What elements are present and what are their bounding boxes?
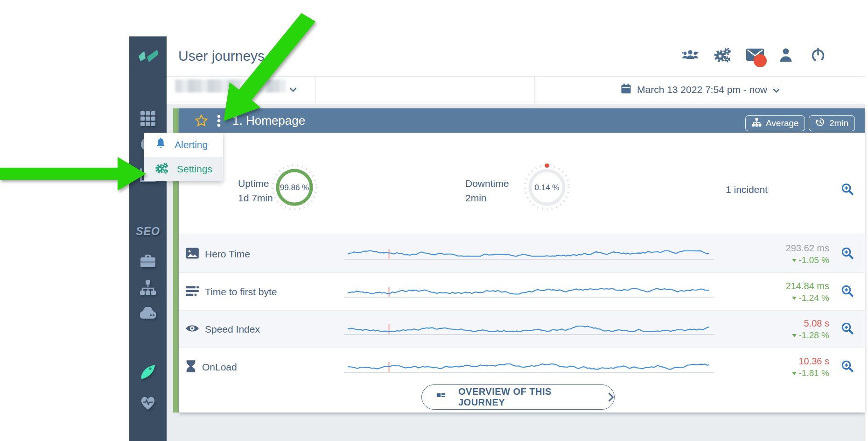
metric-delta: -1.24 % xyxy=(799,293,829,303)
menu-item-settings[interactable]: Settings xyxy=(144,157,223,181)
metric-value: 214.84 ms xyxy=(786,280,829,292)
eye-icon xyxy=(185,323,199,336)
notification-dot xyxy=(754,54,767,67)
uptime-gauge: 99.86 % xyxy=(269,162,320,215)
uptime-stat: Uptime 1d 7min xyxy=(238,176,273,205)
zoom-in-icon[interactable] xyxy=(840,321,854,337)
uptime-percentage: 99.86 % xyxy=(269,183,320,192)
metric-value: 293.62 ms xyxy=(786,242,829,254)
history-icon xyxy=(815,117,825,129)
sidebar-item-sitemap-icon[interactable] xyxy=(140,280,156,298)
metric-value: 5.08 s xyxy=(792,317,829,329)
hourglass-icon xyxy=(185,360,196,375)
chevron-down-icon[interactable] xyxy=(289,85,297,94)
sidebar-item-heartbeat-icon[interactable] xyxy=(139,394,157,413)
gears-icon[interactable] xyxy=(713,47,732,65)
metric-row: Hero Time 293.62 ms -1.05 % xyxy=(179,235,865,273)
metric-delta: -1.05 % xyxy=(799,255,829,265)
sidebar-item-grid-icon[interactable] xyxy=(140,110,156,129)
metric-row: OnLoad 10.36 s -1.81 % xyxy=(179,348,865,386)
metric-label: Speed Index xyxy=(205,324,260,335)
sidebar-item-rocket-icon[interactable] xyxy=(140,364,156,382)
journey-panel-header: 1. Homepage Average xyxy=(179,108,865,133)
person-icon[interactable] xyxy=(777,47,794,65)
menu-item-label: Alerting xyxy=(175,139,208,150)
metric-values: 293.62 ms -1.05 % xyxy=(786,242,829,266)
team-icon[interactable] xyxy=(681,47,699,65)
gears-icon xyxy=(155,162,169,177)
average-label: Average xyxy=(766,118,798,128)
toolbar-divider xyxy=(315,77,316,104)
overview-journey-button[interactable]: OVERVIEW OF THIS JOURNEY xyxy=(421,384,615,410)
journey-title: 1. Homepage xyxy=(232,114,305,128)
average-mode-button[interactable]: Average xyxy=(745,115,805,131)
date-range-selector[interactable]: March 13 2022 7:54 pm - now xyxy=(621,80,780,99)
zoom-in-icon[interactable] xyxy=(840,246,854,262)
bars-icon xyxy=(185,285,199,299)
sparkline-chart xyxy=(344,245,714,263)
kebab-menu-icon[interactable] xyxy=(217,114,221,129)
menu-item-alerting[interactable]: Alerting xyxy=(144,133,223,157)
trend-down-icon xyxy=(792,372,797,375)
sidebar-item-server-icon[interactable] xyxy=(139,306,157,321)
chevron-down-icon xyxy=(773,84,780,95)
toolbar-divider xyxy=(534,77,535,104)
trend-down-icon xyxy=(792,259,797,262)
menu-item-label: Settings xyxy=(177,164,212,175)
sparkline-chart xyxy=(344,283,714,301)
metric-label: Hero Time xyxy=(205,249,250,260)
app-window: User journeys xyxy=(0,0,868,441)
power-icon[interactable] xyxy=(810,47,826,65)
favorite-star-icon[interactable] xyxy=(195,114,208,129)
chevron-right-icon xyxy=(608,392,614,402)
sitemap-icon xyxy=(752,118,762,129)
downtime-stat: Downtime 2min xyxy=(465,176,509,205)
metric-row: Speed Index 5.08 s -1.28 % xyxy=(179,310,865,348)
uptime-duration: 1d 7min xyxy=(238,191,273,205)
metric-value: 10.36 s xyxy=(792,355,829,367)
incident-count: 1 incident xyxy=(726,184,768,195)
metric-label: Time to first byte xyxy=(205,286,277,298)
metric-delta: -1.81 % xyxy=(799,368,829,378)
metric-row: Time to first byte 214.84 ms -1.24 % xyxy=(179,272,865,311)
calendar-icon xyxy=(621,83,631,96)
trend-down-icon xyxy=(792,334,797,337)
dashboard-icon xyxy=(436,392,446,402)
downtime-gauge: 0.14 % xyxy=(521,162,573,215)
sidebar-item-seo[interactable]: SEO xyxy=(136,225,160,238)
zoom-in-icon[interactable] xyxy=(840,182,854,198)
metric-label: OnLoad xyxy=(202,362,237,373)
metric-values: 5.08 s -1.28 % xyxy=(792,317,829,341)
metric-values: 10.36 s -1.81 % xyxy=(792,355,829,379)
metric-delta: -1.28 % xyxy=(799,330,829,340)
zoom-in-icon[interactable] xyxy=(840,284,854,300)
page-title: User journeys xyxy=(178,48,265,64)
downtime-duration: 2min xyxy=(465,191,509,205)
uptime-label: Uptime xyxy=(238,176,273,191)
sidebar-item-briefcase-icon[interactable] xyxy=(140,254,156,270)
trend-down-icon xyxy=(792,297,797,300)
bell-icon xyxy=(155,137,167,152)
annotation-arrow-right xyxy=(0,157,146,191)
sparkline-chart xyxy=(344,358,714,377)
zoom-in-icon[interactable] xyxy=(840,359,854,375)
metric-values: 214.84 ms -1.24 % xyxy=(786,280,829,304)
journey-panel: 1. Homepage Average xyxy=(179,108,865,413)
downtime-percentage: 0.14 % xyxy=(521,183,573,192)
downtime-label: Downtime xyxy=(465,176,509,191)
sidebar-nav: SEO xyxy=(129,36,167,441)
account-selector-redacted[interactable] xyxy=(175,79,286,92)
interval-button[interactable]: 2min xyxy=(809,115,855,131)
overview-journey-label: OVERVIEW OF THIS JOURNEY xyxy=(458,386,596,408)
journey-context-menu: Alerting Settings xyxy=(144,133,223,181)
sparkline-chart xyxy=(344,320,714,339)
image-icon xyxy=(185,247,199,261)
interval-label: 2min xyxy=(829,118,848,128)
date-range-label: March 13 2022 7:54 pm - now xyxy=(637,84,767,95)
logo-leaves-icon[interactable] xyxy=(136,48,160,67)
